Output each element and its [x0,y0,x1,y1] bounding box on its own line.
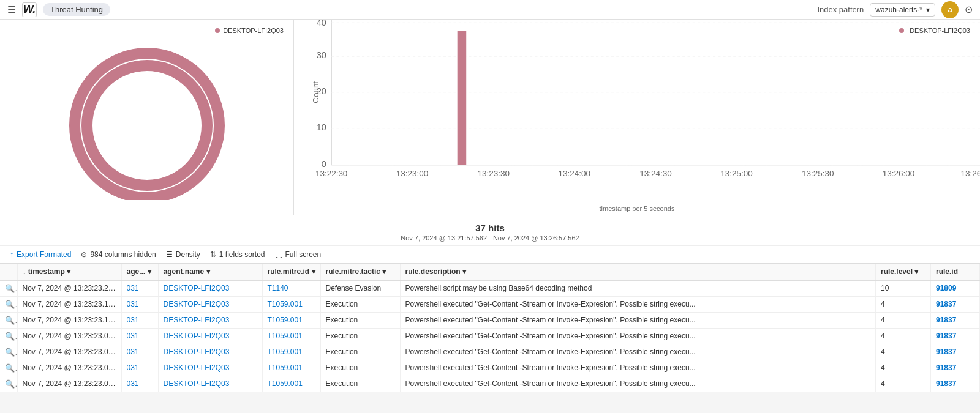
columns-hidden-button[interactable]: ⊙ 984 columns hidden [81,250,156,259]
row-timestamp: Nov 7, 2024 @ 13:23:23.007 [17,376,121,392]
row-age[interactable]: 031 [121,344,158,360]
wazuh-logo[interactable]: W. [22,2,37,17]
index-pattern-label: Index pattern [817,5,864,14]
row-description: Powershell executed "Get-Content -Stream… [400,344,875,360]
row-agent-name[interactable]: DESKTOP-LFI2Q03 [158,360,262,376]
row-tactic: Execution [320,360,400,376]
svg-text:40: 40 [317,20,326,28]
col-header-age[interactable]: age... ▾ [121,264,158,280]
row-mitre-id[interactable]: T1059.001 [262,329,320,344]
row-mitre-id[interactable]: T1059.001 [262,297,320,313]
table-header-row: ↓ timestamp ▾ age... ▾ agent.name ▾ rule… [0,264,980,280]
row-description: Powershell executed "Get-Content -Stream… [400,360,875,376]
row-search-icon[interactable]: 🔍 [0,313,17,329]
svg-text:13:23:30: 13:23:30 [478,169,510,178]
row-agent-name[interactable]: DESKTOP-LFI2Q03 [158,280,262,297]
col-header-description[interactable]: rule.description ▾ [400,264,875,280]
table-row: 🔍 Nov 7, 2024 @ 13:23:23.211 031 DESKTOP… [0,280,980,297]
row-rule-id[interactable]: 91837 [931,297,980,313]
row-rule-id[interactable]: 91837 [931,376,980,392]
col-header-level[interactable]: rule.level ▾ [876,264,931,280]
row-rule-id[interactable]: 91837 [931,344,980,360]
row-search-icon[interactable]: 🔍 [0,376,17,392]
density-label: Density [176,250,200,259]
row-search-icon[interactable]: 🔍 [0,280,17,297]
row-rule-id[interactable]: 91837 [931,313,980,329]
row-age[interactable]: 031 [121,280,158,297]
col-header-timestamp[interactable]: ↓ timestamp ▾ [17,264,121,280]
svg-text:13:24:00: 13:24:00 [558,169,590,178]
col-header-tactic[interactable]: rule.mitre.tactic ▾ [320,264,400,280]
row-timestamp: Nov 7, 2024 @ 13:23:23.026 [17,360,121,376]
filter-icon-desc: ▾ [462,267,466,276]
donut-legend: DESKTOP-LFI2Q03 [215,27,284,34]
row-level: 4 [876,344,931,360]
col-header-mitre-id[interactable]: rule.mitre.id ▾ [262,264,320,280]
svg-text:13:24:30: 13:24:30 [639,169,671,178]
svg-text:13:22:30: 13:22:30 [315,169,347,178]
svg-text:13:23:00: 13:23:00 [396,169,428,178]
row-search-icon[interactable]: 🔍 [0,344,17,360]
row-rule-id[interactable]: 91837 [931,360,980,376]
row-tactic: Execution [320,376,400,392]
hits-count: 37 hits [0,223,980,233]
density-button[interactable]: ☰ Density [166,250,200,259]
svg-text:13:26:30: 13:26:30 [961,169,980,178]
menu-icon[interactable]: ☰ [7,4,16,15]
row-mitre-id[interactable]: T1059.001 [262,360,320,376]
row-search-icon[interactable]: 🔍 [0,329,17,344]
row-age[interactable]: 031 [121,360,158,376]
row-age[interactable]: 031 [121,329,158,344]
row-search-icon[interactable]: 🔍 [0,297,17,313]
donut-chart-svg [61,41,233,200]
hits-range: Nov 7, 2024 @ 13:21:57.562 - Nov 7, 2024… [0,234,980,242]
svg-rect-15 [458,31,467,165]
x-axis-label: timestamp per 5 seconds [600,205,675,212]
row-tactic: Defense Evasion [320,280,400,297]
columns-icon: ⊙ [81,250,87,259]
toolbar: ↑ Export Formated ⊙ 984 columns hidden ☰… [0,246,980,264]
index-pattern-dropdown[interactable]: wazuh-alerts-* ▾ [870,3,935,17]
tab-label[interactable]: Threat Hunting [43,3,110,16]
export-button[interactable]: ↑ Export Formated [10,250,71,259]
fullscreen-button[interactable]: ⛶ Full screen [275,250,322,259]
row-tactic: Execution [320,344,400,360]
row-description: Powershell script may be using Base64 de… [400,280,875,297]
filter-icon-agent: ▾ [206,267,210,276]
svg-text:13:25:30: 13:25:30 [802,169,834,178]
bar-chart-svg: 0 10 20 30 40 Count 13:22:30 13:23:00 13… [312,20,980,190]
table-row: 🔍 Nov 7, 2024 @ 13:23:23.120 031 DESKTOP… [0,313,980,329]
density-icon: ☰ [166,250,173,259]
sort-icon: ⇅ [210,250,216,259]
row-agent-name[interactable]: DESKTOP-LFI2Q03 [158,313,262,329]
header: ☰ W. Threat Hunting Index pattern wazuh-… [0,0,980,20]
row-age[interactable]: 031 [121,297,158,313]
fields-sorted-label: 1 fields sorted [219,250,265,259]
filter-icon-tactic: ▾ [382,267,386,276]
row-mitre-id[interactable]: T1059.001 [262,376,320,392]
row-level: 4 [876,313,931,329]
row-rule-id[interactable]: 91809 [931,280,980,297]
row-agent-name[interactable]: DESKTOP-LFI2Q03 [158,297,262,313]
table-row: 🔍 Nov 7, 2024 @ 13:23:23.093 031 DESKTOP… [0,329,980,344]
charts-area: DESKTOP-LFI2Q03 DESKTOP-LFI2Q03 0 10 20 … [0,20,980,215]
help-icon[interactable]: ⊙ [965,4,973,15]
row-rule-id[interactable]: 91837 [931,329,980,344]
col-header-rule-id[interactable]: rule.id [931,264,980,280]
fields-sorted-button[interactable]: ⇅ 1 fields sorted [210,250,265,259]
row-mitre-id[interactable]: T1059.001 [262,313,320,329]
donut-panel: DESKTOP-LFI2Q03 [0,20,294,215]
row-level: 4 [876,329,931,344]
row-age[interactable]: 031 [121,376,158,392]
col-header-agent-name[interactable]: agent.name ▾ [158,264,262,280]
row-mitre-id[interactable]: T1140 [262,280,320,297]
row-search-icon[interactable]: 🔍 [0,360,17,376]
row-age[interactable]: 031 [121,313,158,329]
svg-text:0: 0 [322,159,326,169]
row-mitre-id[interactable]: T1059.001 [262,344,320,360]
row-agent-name[interactable]: DESKTOP-LFI2Q03 [158,376,262,392]
donut-legend-dot [215,28,220,33]
avatar[interactable]: a [941,1,959,18]
row-agent-name[interactable]: DESKTOP-LFI2Q03 [158,329,262,344]
row-agent-name[interactable]: DESKTOP-LFI2Q03 [158,344,262,360]
